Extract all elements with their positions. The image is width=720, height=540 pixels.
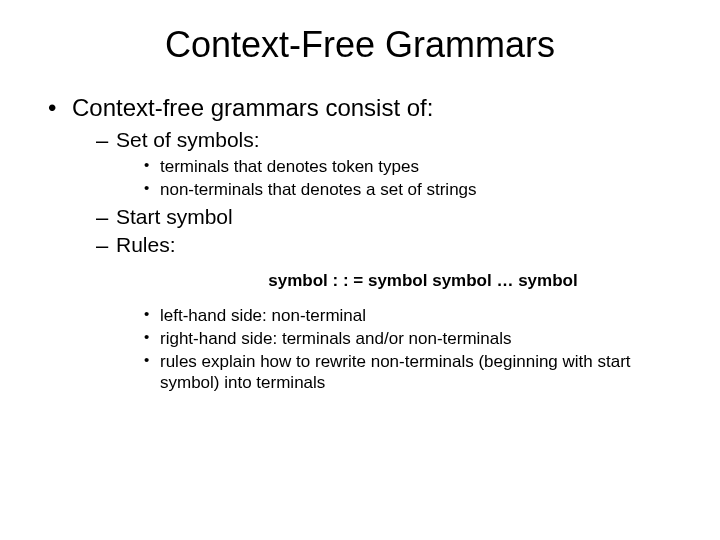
start-symbol-item: Start symbol xyxy=(96,205,690,229)
symbols-sublist: terminals that denotes token types non-t… xyxy=(116,156,690,201)
rules-heading: Rules: xyxy=(116,233,176,256)
start-symbol-text: Start symbol xyxy=(116,205,233,228)
terminals-item: terminals that denotes token types xyxy=(144,156,690,177)
rules-sublist: left-hand side: non-terminal right-hand … xyxy=(116,305,690,394)
symbols-item: Set of symbols: terminals that denotes t… xyxy=(96,128,690,201)
bullet-list: Context-free grammars consist of: Set of… xyxy=(30,94,690,394)
top-bullet-text: Context-free grammars consist of: xyxy=(72,94,433,121)
explain-item: rules explain how to rewrite non-termina… xyxy=(144,351,690,394)
nonterminals-item: non-terminals that denotes a set of stri… xyxy=(144,179,690,200)
sub-list: Set of symbols: terminals that denotes t… xyxy=(72,128,690,394)
top-bullet: Context-free grammars consist of: Set of… xyxy=(48,94,690,394)
rhs-item: right-hand side: terminals and/or non-te… xyxy=(144,328,690,349)
rule-syntax: symbol : : = symbol symbol … symbol xyxy=(156,271,690,291)
lhs-item: left-hand side: non-terminal xyxy=(144,305,690,326)
rules-item: Rules: symbol : : = symbol symbol … symb… xyxy=(96,233,690,394)
slide: Context-Free Grammars Context-free gramm… xyxy=(0,0,720,540)
slide-title: Context-Free Grammars xyxy=(30,24,690,66)
symbols-heading: Set of symbols: xyxy=(116,128,260,151)
